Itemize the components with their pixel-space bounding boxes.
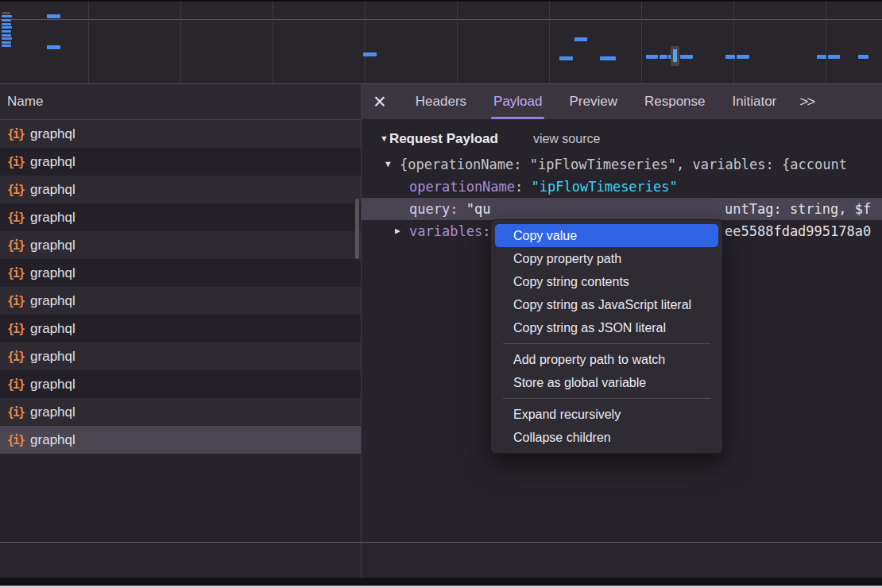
overview-vertical-gridline — [457, 2, 458, 83]
waterfall-bar — [2, 37, 12, 40]
network-overview-waterfall[interactable] — [0, 0, 882, 84]
request-payload-section-header[interactable]: ▼Request Payloadview source — [362, 119, 882, 153]
context-menu-item[interactable]: Copy property path — [495, 247, 718, 270]
json-braces-icon: {i} — [7, 322, 24, 336]
waterfall-bar — [559, 56, 573, 60]
menu-separator — [503, 343, 710, 344]
context-menu: Copy valueCopy property pathCopy string … — [490, 219, 723, 454]
waterfall-bar — [600, 56, 616, 60]
payload-text-segment: : — [515, 179, 531, 195]
tabs-container: HeadersPayloadPreviewResponseInitiator — [402, 84, 790, 119]
payload-text-right-segment: ee5588fdad995178a0 — [725, 220, 871, 242]
waterfall-bar — [47, 14, 60, 18]
waterfall-bar — [725, 55, 735, 59]
collapsed-triangle-icon[interactable]: ▶ — [395, 220, 400, 242]
details-tab-bar: × HeadersPayloadPreviewResponseInitiator… — [362, 84, 882, 119]
close-icon[interactable]: × — [373, 86, 386, 118]
context-menu-item[interactable]: Add property path to watch — [495, 348, 718, 371]
json-braces-icon: {i} — [7, 211, 24, 225]
request-name-label: graphql — [30, 238, 75, 253]
request-row[interactable]: {i}graphql — [0, 287, 361, 315]
payload-tree-row[interactable]: operationName: "ipFlowTimeseries" — [362, 176, 882, 198]
view-source-link[interactable]: view source — [533, 132, 600, 145]
json-braces-icon: {i} — [7, 183, 24, 197]
request-name-label: graphql — [30, 154, 75, 170]
waterfall-bar — [574, 37, 587, 41]
waterfall-bar — [2, 30, 11, 33]
overview-vertical-gridline — [180, 2, 181, 83]
requests-panel: Name {i}graphql{i}graphql{i}graphql{i}gr… — [0, 84, 362, 542]
request-name-label: graphql — [30, 432, 75, 448]
expanded-triangle-icon[interactable]: ▼ — [385, 153, 391, 176]
waterfall-bar — [2, 23, 11, 25]
waterfall-bar — [2, 41, 11, 44]
panel-divider[interactable] — [361, 543, 362, 578]
tab-payload[interactable]: Payload — [493, 84, 542, 119]
request-row[interactable]: {i}graphql — [0, 315, 361, 342]
context-menu-item[interactable]: Copy string as JavaScript literal — [495, 293, 718, 316]
json-braces-icon: {i} — [7, 405, 24, 420]
request-name-label: graphql — [30, 349, 75, 365]
tab-initiator[interactable]: Initiator — [733, 84, 777, 119]
overview-vertical-gridline — [88, 2, 89, 83]
context-menu-item[interactable]: Collapse children — [495, 426, 718, 449]
more-tabs-icon[interactable]: >> — [799, 93, 814, 110]
request-list: {i}graphql{i}graphql{i}graphql{i}graphql… — [0, 120, 361, 454]
request-name-label: graphql — [30, 321, 75, 337]
request-row[interactable]: {i}graphql — [0, 342, 361, 370]
context-menu-item[interactable]: Copy value — [495, 224, 718, 247]
request-row[interactable]: {i}graphql — [0, 398, 361, 426]
waterfall-bar — [660, 55, 667, 59]
payload-text-segment: "ipFlowTimeseries" — [532, 179, 678, 195]
request-name-label: graphql — [30, 404, 75, 420]
waterfall-bar — [817, 55, 826, 59]
bottom-black-bar — [0, 578, 882, 586]
context-menu-item[interactable]: Store as global variable — [495, 371, 718, 394]
payload-tree-row[interactable]: ▼{operationName: "ipFlowTimeseries", var… — [362, 153, 882, 176]
collapse-triangle-icon: ▼ — [380, 133, 389, 143]
payload-text-segment: {operationName: "ipFlowTimeseries", vari… — [400, 157, 847, 172]
waterfall-bar — [2, 34, 11, 37]
json-braces-icon: {i} — [7, 127, 24, 141]
network-footer-bar — [0, 542, 882, 578]
request-name-label: graphql — [30, 210, 75, 226]
tab-preview[interactable]: Preview — [569, 84, 617, 119]
request-row[interactable]: {i}graphql — [0, 148, 361, 176]
payload-text-segment: variables — [409, 223, 482, 239]
request-row[interactable]: {i}graphql — [0, 203, 361, 231]
tab-headers[interactable]: Headers — [416, 84, 466, 119]
request-name-label: graphql — [30, 377, 75, 393]
request-row[interactable]: {i}graphql — [0, 259, 361, 287]
request-row[interactable]: {i}graphql — [0, 176, 361, 203]
section-title: Request Payload — [389, 131, 498, 146]
waterfall-bar — [2, 19, 11, 21]
request-row[interactable]: {i}graphql — [0, 231, 361, 259]
json-braces-icon: {i} — [7, 155, 24, 169]
tab-response[interactable]: Response — [644, 84, 706, 119]
context-menu-item[interactable]: Copy string as JSON literal — [495, 316, 718, 339]
waterfall-bar — [858, 55, 868, 59]
payload-text-segment: operationName — [409, 179, 515, 195]
json-braces-icon: {i} — [7, 266, 24, 280]
context-menu-item[interactable]: Copy string contents — [495, 270, 718, 293]
request-name-label: graphql — [30, 182, 75, 198]
context-menu-item[interactable]: Expand recursively — [495, 403, 718, 426]
request-name-label: graphql — [30, 126, 75, 142]
request-row[interactable]: {i}graphql — [0, 120, 361, 148]
column-header-label: Name — [7, 94, 43, 110]
waterfall-bar — [680, 55, 693, 59]
payload-text-segment: : — [450, 201, 466, 217]
scrollbar-thumb[interactable] — [355, 199, 359, 259]
request-name-label: graphql — [30, 293, 75, 309]
request-row[interactable]: {i}graphql — [0, 426, 361, 454]
overview-top-edge — [0, 0, 882, 2]
overview-horizontal-gridline — [0, 19, 882, 20]
payload-tree-row[interactable]: query: "quuntTag: string, $f — [362, 198, 882, 220]
request-row[interactable]: {i}graphql — [0, 370, 361, 398]
menu-separator — [503, 398, 710, 399]
payload-text-segment: query — [409, 201, 450, 217]
overview-vertical-gridline — [273, 2, 273, 83]
column-header-name[interactable]: Name — [0, 84, 361, 120]
waterfall-bar — [363, 52, 377, 56]
devtools-window: Name {i}graphql{i}graphql{i}graphql{i}gr… — [0, 0, 882, 588]
